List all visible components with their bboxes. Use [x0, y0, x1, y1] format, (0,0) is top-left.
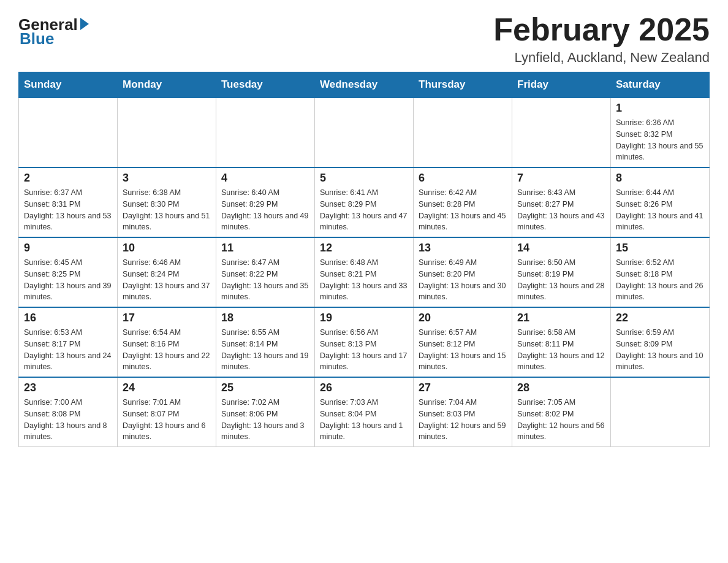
- calendar-cell: [611, 377, 710, 447]
- day-info: Sunrise: 6:53 AMSunset: 8:17 PMDaylight:…: [24, 327, 112, 373]
- logo-blue-text: Blue: [20, 29, 54, 48]
- day-number: 18: [221, 312, 309, 324]
- day-info: Sunrise: 7:05 AMSunset: 8:02 PMDaylight:…: [517, 397, 605, 443]
- day-info: Sunrise: 7:02 AMSunset: 8:06 PMDaylight:…: [221, 397, 309, 443]
- calendar-cell: 23Sunrise: 7:00 AMSunset: 8:08 PMDayligh…: [19, 377, 118, 447]
- calendar-cell: [512, 98, 611, 167]
- calendar-cell: 8Sunrise: 6:44 AMSunset: 8:26 PMDaylight…: [611, 167, 710, 237]
- day-info: Sunrise: 6:55 AMSunset: 8:14 PMDaylight:…: [221, 327, 309, 373]
- day-number: 14: [517, 242, 605, 255]
- weekday-header-wednesday: Wednesday: [315, 72, 414, 98]
- title-section: February 2025 Lynfield, Auckland, New Ze…: [493, 12, 710, 66]
- calendar-week-row: 23Sunrise: 7:00 AMSunset: 8:08 PMDayligh…: [19, 377, 710, 447]
- calendar-week-row: 9Sunrise: 6:45 AMSunset: 8:25 PMDaylight…: [19, 237, 710, 307]
- calendar-cell: 5Sunrise: 6:41 AMSunset: 8:29 PMDaylight…: [315, 167, 414, 237]
- day-number: 15: [616, 242, 704, 255]
- day-number: 6: [419, 172, 507, 185]
- calendar-cell: 2Sunrise: 6:37 AMSunset: 8:31 PMDaylight…: [19, 167, 118, 237]
- calendar-cell: 28Sunrise: 7:05 AMSunset: 8:02 PMDayligh…: [512, 377, 611, 447]
- day-number: 5: [320, 172, 408, 185]
- day-number: 1: [616, 102, 704, 115]
- day-info: Sunrise: 6:48 AMSunset: 8:21 PMDaylight:…: [320, 257, 408, 303]
- day-number: 2: [24, 172, 112, 185]
- day-info: Sunrise: 7:01 AMSunset: 8:07 PMDaylight:…: [123, 397, 211, 443]
- calendar-cell: 13Sunrise: 6:49 AMSunset: 8:20 PMDayligh…: [414, 237, 512, 307]
- calendar-cell: 15Sunrise: 6:52 AMSunset: 8:18 PMDayligh…: [611, 237, 710, 307]
- calendar-week-row: 2Sunrise: 6:37 AMSunset: 8:31 PMDaylight…: [19, 167, 710, 237]
- day-number: 20: [419, 312, 507, 324]
- day-number: 16: [24, 312, 112, 324]
- calendar-cell: 4Sunrise: 6:40 AMSunset: 8:29 PMDaylight…: [216, 167, 315, 237]
- day-info: Sunrise: 6:59 AMSunset: 8:09 PMDaylight:…: [616, 327, 704, 373]
- day-number: 10: [123, 242, 211, 255]
- calendar-cell: 3Sunrise: 6:38 AMSunset: 8:30 PMDaylight…: [118, 167, 216, 237]
- day-number: 13: [419, 242, 507, 255]
- day-info: Sunrise: 6:47 AMSunset: 8:22 PMDaylight:…: [221, 257, 309, 303]
- calendar-cell: 7Sunrise: 6:43 AMSunset: 8:27 PMDaylight…: [512, 167, 611, 237]
- day-info: Sunrise: 6:38 AMSunset: 8:30 PMDaylight:…: [123, 187, 211, 233]
- page-header: General Blue February 2025 Lynfield, Auc…: [18, 12, 710, 66]
- logo: General Blue: [18, 15, 89, 48]
- day-info: Sunrise: 6:56 AMSunset: 8:13 PMDaylight:…: [320, 327, 408, 373]
- calendar-header-row: SundayMondayTuesdayWednesdayThursdayFrid…: [19, 72, 710, 98]
- weekday-header-tuesday: Tuesday: [216, 72, 315, 98]
- day-number: 4: [221, 172, 309, 185]
- day-info: Sunrise: 6:52 AMSunset: 8:18 PMDaylight:…: [616, 257, 704, 303]
- day-info: Sunrise: 6:42 AMSunset: 8:28 PMDaylight:…: [419, 187, 507, 233]
- calendar-cell: 9Sunrise: 6:45 AMSunset: 8:25 PMDaylight…: [19, 237, 118, 307]
- calendar-cell: [315, 98, 414, 167]
- day-info: Sunrise: 6:40 AMSunset: 8:29 PMDaylight:…: [221, 187, 309, 233]
- day-number: 25: [221, 381, 309, 394]
- day-number: 27: [419, 381, 507, 394]
- calendar-cell: 18Sunrise: 6:55 AMSunset: 8:14 PMDayligh…: [216, 307, 315, 377]
- weekday-header-monday: Monday: [118, 72, 216, 98]
- day-info: Sunrise: 6:43 AMSunset: 8:27 PMDaylight:…: [517, 187, 605, 233]
- location-subtitle: Lynfield, Auckland, New Zealand: [493, 50, 710, 66]
- day-info: Sunrise: 6:37 AMSunset: 8:31 PMDaylight:…: [24, 187, 112, 233]
- weekday-header-thursday: Thursday: [414, 72, 512, 98]
- calendar-cell: 6Sunrise: 6:42 AMSunset: 8:28 PMDaylight…: [414, 167, 512, 237]
- day-info: Sunrise: 6:41 AMSunset: 8:29 PMDaylight:…: [320, 187, 408, 233]
- calendar-cell: 22Sunrise: 6:59 AMSunset: 8:09 PMDayligh…: [611, 307, 710, 377]
- day-number: 3: [123, 172, 211, 185]
- calendar-cell: 27Sunrise: 7:04 AMSunset: 8:03 PMDayligh…: [414, 377, 512, 447]
- day-info: Sunrise: 6:44 AMSunset: 8:26 PMDaylight:…: [616, 187, 704, 233]
- day-number: 19: [320, 312, 408, 324]
- day-info: Sunrise: 6:49 AMSunset: 8:20 PMDaylight:…: [419, 257, 507, 303]
- day-info: Sunrise: 6:57 AMSunset: 8:12 PMDaylight:…: [419, 327, 507, 373]
- day-number: 12: [320, 242, 408, 255]
- calendar-cell: 21Sunrise: 6:58 AMSunset: 8:11 PMDayligh…: [512, 307, 611, 377]
- day-number: 24: [123, 381, 211, 394]
- calendar-cell: 25Sunrise: 7:02 AMSunset: 8:06 PMDayligh…: [216, 377, 315, 447]
- weekday-header-sunday: Sunday: [19, 72, 118, 98]
- day-number: 21: [517, 312, 605, 324]
- day-number: 23: [24, 381, 112, 394]
- day-number: 26: [320, 381, 408, 394]
- calendar-cell: 14Sunrise: 6:50 AMSunset: 8:19 PMDayligh…: [512, 237, 611, 307]
- calendar-cell: 24Sunrise: 7:01 AMSunset: 8:07 PMDayligh…: [118, 377, 216, 447]
- calendar-cell: 16Sunrise: 6:53 AMSunset: 8:17 PMDayligh…: [19, 307, 118, 377]
- day-info: Sunrise: 7:04 AMSunset: 8:03 PMDaylight:…: [419, 397, 507, 443]
- month-title: February 2025: [493, 12, 710, 47]
- day-number: 22: [616, 312, 704, 324]
- day-info: Sunrise: 6:58 AMSunset: 8:11 PMDaylight:…: [517, 327, 605, 373]
- logo-arrow-icon: [80, 18, 89, 30]
- day-info: Sunrise: 7:03 AMSunset: 8:04 PMDaylight:…: [320, 397, 408, 443]
- day-number: 8: [616, 172, 704, 185]
- calendar-cell: 1Sunrise: 6:36 AMSunset: 8:32 PMDaylight…: [611, 98, 710, 167]
- day-info: Sunrise: 6:45 AMSunset: 8:25 PMDaylight:…: [24, 257, 112, 303]
- day-info: Sunrise: 7:00 AMSunset: 8:08 PMDaylight:…: [24, 397, 112, 443]
- calendar-cell: 10Sunrise: 6:46 AMSunset: 8:24 PMDayligh…: [118, 237, 216, 307]
- calendar-cell: [216, 98, 315, 167]
- calendar-cell: 19Sunrise: 6:56 AMSunset: 8:13 PMDayligh…: [315, 307, 414, 377]
- calendar-table: SundayMondayTuesdayWednesdayThursdayFrid…: [18, 72, 710, 447]
- day-number: 11: [221, 242, 309, 255]
- calendar-cell: 26Sunrise: 7:03 AMSunset: 8:04 PMDayligh…: [315, 377, 414, 447]
- day-info: Sunrise: 6:36 AMSunset: 8:32 PMDaylight:…: [616, 117, 704, 163]
- day-info: Sunrise: 6:46 AMSunset: 8:24 PMDaylight:…: [123, 257, 211, 303]
- weekday-header-saturday: Saturday: [611, 72, 710, 98]
- day-number: 9: [24, 242, 112, 255]
- day-info: Sunrise: 6:54 AMSunset: 8:16 PMDaylight:…: [123, 327, 211, 373]
- weekday-header-friday: Friday: [512, 72, 611, 98]
- calendar-cell: [19, 98, 118, 167]
